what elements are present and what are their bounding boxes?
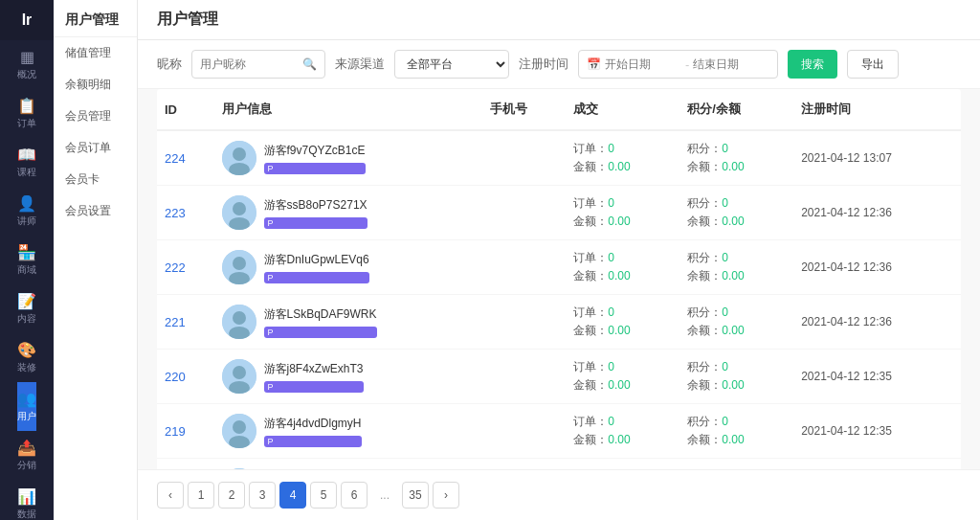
phone-cell <box>482 350 566 404</box>
order-cell: 订单：0 金额：0.00 <box>566 130 679 186</box>
user-name[interactable]: 游客4j4dvdDlgmyH <box>264 416 362 432</box>
search-button[interactable]: 搜索 <box>788 50 837 79</box>
sidebar-label-decorate: 装修 <box>17 361 36 374</box>
page-btn-3[interactable]: 3 <box>249 482 276 509</box>
points-label: 积分：0 <box>687 195 786 212</box>
user-id[interactable]: 220 <box>157 350 214 404</box>
svg-point-13 <box>233 366 246 379</box>
source-select[interactable]: 全部平台微信APPH5小程序 <box>394 50 509 79</box>
user-id-value[interactable]: 224 <box>165 151 186 166</box>
points-info: 积分：0 余额：0.00 <box>687 305 786 339</box>
reg-time-cell: 2021-04-12 13:07 <box>793 130 961 186</box>
sidebar-item-order[interactable]: 📋订单 <box>17 89 36 138</box>
table-row[interactable]: 220 游客j8F4xZwExhT3 P 订单：0 金额：0.00 积分：0 余… <box>157 350 961 404</box>
order-count: 订单：0 <box>573 305 672 321</box>
points-cell: 积分：0 余额：0.00 <box>679 240 793 295</box>
page-btn-6[interactable]: 6 <box>341 482 368 509</box>
sidebar-label-user: 用户 <box>17 410 36 423</box>
sub-sidebar-item-member-order[interactable]: 会员订单 <box>54 132 137 164</box>
sidebar-item-content[interactable]: 📝内容 <box>17 284 36 333</box>
sub-sidebar-item-member[interactable]: 会员管理 <box>54 101 137 132</box>
col-ID: ID <box>157 89 214 130</box>
page-btn-2[interactable]: 2 <box>218 482 245 509</box>
order-amount: 金额：0.00 <box>573 323 672 339</box>
order-cell: 订单：0 金额：0.00 <box>566 186 679 240</box>
sidebar-item-distribute[interactable]: 📤分销 <box>17 431 36 480</box>
sidebar-item-mall[interactable]: 🏪商域 <box>17 236 36 284</box>
user-id-value[interactable]: 222 <box>165 260 186 275</box>
page-btn-35[interactable]: 35 <box>402 482 429 509</box>
content-icon: 📝 <box>17 292 36 310</box>
page-title: 用户管理 <box>157 10 961 30</box>
user-info: 游客ssB8oP7S271X P <box>222 195 476 230</box>
user-id-value[interactable]: 223 <box>165 206 186 220</box>
mall-icon: 🏪 <box>17 243 36 261</box>
pagination-prev[interactable]: ‹ <box>157 482 184 509</box>
data-icon: 📊 <box>17 487 36 506</box>
user-id[interactable]: 218 <box>157 459 214 470</box>
user-name[interactable]: 游客LSkBqDAF9WRK <box>264 306 377 323</box>
pagination-next[interactable]: › <box>433 482 459 509</box>
order-amount-val: 0.00 <box>608 160 630 173</box>
col-手机号: 手机号 <box>482 89 566 130</box>
user-name[interactable]: 游客f9v7QYZcB1cE <box>264 143 366 159</box>
table-row[interactable]: 221 游客LSkBqDAF9WRK P 订单：0 金额：0.00 积分：0 余… <box>157 295 961 350</box>
page-btn-1[interactable]: 1 <box>188 482 214 509</box>
user-id-value[interactable]: 219 <box>165 424 186 439</box>
export-button[interactable]: 导出 <box>847 50 899 79</box>
table-row[interactable]: 224 游客f9v7QYZcB1cE P 订单：0 金额：0.00 积分：0 余… <box>157 130 961 186</box>
user-id[interactable]: 224 <box>157 130 214 186</box>
avatar <box>222 414 256 448</box>
points-cell: 积分：0 余额：0.00 <box>679 186 793 240</box>
sidebar-item-user[interactable]: 👥用户 <box>17 382 36 431</box>
user-info-cell: 游客4j4dvdDlgmyH P <box>214 404 483 459</box>
table-row[interactable]: 222 游客DnIuGpwLEVq6 P 订单：0 金额：0.00 积分：0 余… <box>157 240 961 295</box>
user-info-cell: 游客LSkBqDAF9WRK P <box>214 295 483 350</box>
user-id[interactable]: 219 <box>157 404 214 459</box>
nickname-input[interactable] <box>200 57 299 71</box>
user-id-value[interactable]: 221 <box>165 315 186 329</box>
balance-val: 0.00 <box>722 160 744 173</box>
table-row[interactable]: 219 游客4j4dvdDlgmyH P 订单：0 金额：0.00 积分：0 余… <box>157 404 961 459</box>
phone-cell <box>482 295 566 350</box>
user-details: 游客LSkBqDAF9WRK P <box>264 306 377 338</box>
user-info: 游客j8F4xZwExhT3 P <box>222 359 476 394</box>
sidebar-logo: Ir <box>0 0 54 40</box>
user-id-value[interactable]: 220 <box>165 370 186 384</box>
user-table: ID用户信息手机号成交积分/余额注册时间 224 游客f9v7QYZcB1cE … <box>157 89 961 469</box>
sidebar-item-teacher[interactable]: 👤讲师 <box>17 187 36 236</box>
order-cell: 订单：0 金额：0.00 <box>566 459 679 470</box>
sub-sidebar-item-member-card[interactable]: 会员卡 <box>54 164 137 195</box>
sidebar-item-overview[interactable]: ▦概况 <box>17 40 36 89</box>
user-info-cell: 游客f9v7QYZcB1cE P <box>214 130 483 186</box>
user-name[interactable]: 游客ssB8oP7S271X <box>264 197 368 214</box>
order-amount: 金额：0.00 <box>573 268 672 284</box>
page-btn-5[interactable]: 5 <box>310 482 337 509</box>
svg-point-4 <box>233 202 246 215</box>
order-amount: 金额：0.00 <box>573 159 672 175</box>
page-btn-4[interactable]: 4 <box>279 482 306 509</box>
date-start-input[interactable] <box>605 57 681 71</box>
user-name[interactable]: 游客j8F4xZwExhT3 <box>264 361 364 377</box>
user-id[interactable]: 221 <box>157 295 214 350</box>
order-count: 订单：0 <box>573 359 672 375</box>
user-id[interactable]: 222 <box>157 240 214 295</box>
user-name[interactable]: 游客DnIuGpwLEVq6 <box>264 252 369 268</box>
date-range-picker[interactable]: 📅 - <box>578 50 778 79</box>
points-info: 积分：0 余额：0.00 <box>687 250 786 284</box>
sub-sidebar-item-member-settings[interactable]: 会员设置 <box>54 195 137 227</box>
nickname-input-wrapper[interactable]: 🔍 <box>191 50 325 79</box>
order-count-val: 0 <box>608 251 614 264</box>
sidebar-item-data[interactable]: 📊数据 <box>17 480 36 520</box>
sidebar-item-course[interactable]: 📖课程 <box>17 138 36 187</box>
user-id[interactable]: 223 <box>157 186 214 240</box>
reg-time: 2021-04-12 12:36 <box>801 206 892 219</box>
toolbar: 昵称 🔍 来源渠道 全部平台微信APPH5小程序 注册时间 📅 - 搜索 导出 <box>138 40 980 89</box>
order-amount-val: 0.00 <box>608 269 630 283</box>
sidebar-item-decorate[interactable]: 🎨装修 <box>17 333 36 382</box>
date-end-input[interactable] <box>693 57 769 71</box>
table-row[interactable]: 218 游客OLtYm0E2qx4m P 订单：0 金额：0.00 积分：0 余… <box>157 459 961 470</box>
sub-sidebar-item-store[interactable]: 储值管理 <box>54 37 137 69</box>
sub-sidebar-item-balance[interactable]: 余额明细 <box>54 69 137 101</box>
table-row[interactable]: 223 游客ssB8oP7S271X P 订单：0 金额：0.00 积分：0 余… <box>157 186 961 240</box>
